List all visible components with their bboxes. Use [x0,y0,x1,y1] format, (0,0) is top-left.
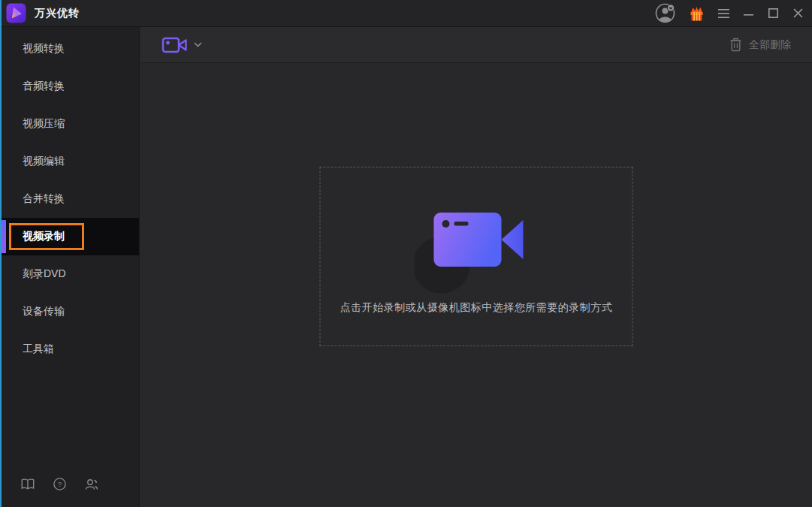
sidebar-item-label: 合并转换 [23,192,65,206]
contact-support-button[interactable] [85,478,98,490]
maximize-icon [768,8,778,18]
user-avatar-button[interactable] [648,0,681,26]
sidebar-item-label: 工具箱 [23,343,54,356]
sidebar-item-label: 视频录制 [23,230,65,243]
close-icon [793,8,803,18]
tutorial-highlight-box: 视频录制 [9,223,84,250]
contact-person-icon [85,478,98,490]
help-button[interactable]: ? [53,478,66,490]
sidebar-item-label: 视频编辑 [23,155,65,168]
sidebar-item-toolbox[interactable]: 工具箱 [0,330,139,368]
sidebar-footer: ? [21,478,98,490]
active-indicator-bar [2,220,6,253]
chevron-down-icon [194,42,202,47]
sidebar-item-label: 音频转换 [23,80,65,93]
toolbar: 全部删除 [140,27,812,63]
delete-all-label: 全部删除 [749,38,791,52]
main-panel: 全部删除 [140,27,812,507]
close-button[interactable] [786,0,810,26]
sidebar-item-video-convert[interactable]: 视频转换 [0,30,139,68]
user-guide-button[interactable] [21,478,35,490]
sidebar-item-label: 设备传输 [23,305,65,318]
record-dropzone[interactable]: 点击开始录制或从摄像机图标中选择您所需要的录制方式 [320,167,633,346]
sidebar-item-merge-convert[interactable]: 合并转换 [0,180,139,218]
sidebar-item-video-compress[interactable]: 视频压缩 [0,105,139,143]
record-mode-dropdown[interactable] [161,36,202,54]
sidebar-item-label: 视频压缩 [23,117,65,131]
book-icon [21,478,35,490]
sidebar: 视频转换 音频转换 视频压缩 视频编辑 合并转换 视频录制 刻录DVD 设备传输… [0,27,140,507]
window-edge-accent [0,0,2,507]
delete-all-button[interactable]: 全部删除 [729,38,791,52]
svg-text:?: ? [58,480,62,488]
maximize-button[interactable] [761,0,786,26]
gift-promo-button[interactable] [681,0,711,26]
app-window: 万兴优转 [0,0,812,507]
record-content: 点击开始录制或从摄像机图标中选择您所需要的录制方式 [140,64,812,507]
user-avatar-icon [655,3,675,23]
sidebar-item-label: 视频转换 [23,42,65,56]
app-logo-icon [6,3,26,23]
video-camera-icon [161,36,189,54]
record-hint-text: 点击开始录制或从摄像机图标中选择您所需要的录制方式 [340,301,613,315]
sidebar-item-video-edit[interactable]: 视频编辑 [0,143,139,180]
trash-icon [729,38,742,52]
sidebar-item-label: 刻录DVD [23,267,66,281]
minimize-button[interactable] [736,0,761,26]
sidebar-item-screen-record[interactable]: 视频录制 [0,218,139,255]
sidebar-item-audio-convert[interactable]: 音频转换 [0,68,139,105]
titlebar: 万兴优转 [0,0,812,27]
help-question-icon: ? [53,478,66,490]
gift-icon [690,6,704,21]
start-record-camera-icon[interactable] [414,199,528,297]
titlebar-controls [648,0,812,26]
menu-button[interactable] [711,0,736,26]
sidebar-item-burn-dvd[interactable]: 刻录DVD [0,255,139,293]
minimize-icon [744,9,753,18]
sidebar-item-device-transfer[interactable]: 设备传输 [0,293,139,330]
app-title: 万兴优转 [35,7,80,20]
hamburger-menu-icon [718,9,729,18]
